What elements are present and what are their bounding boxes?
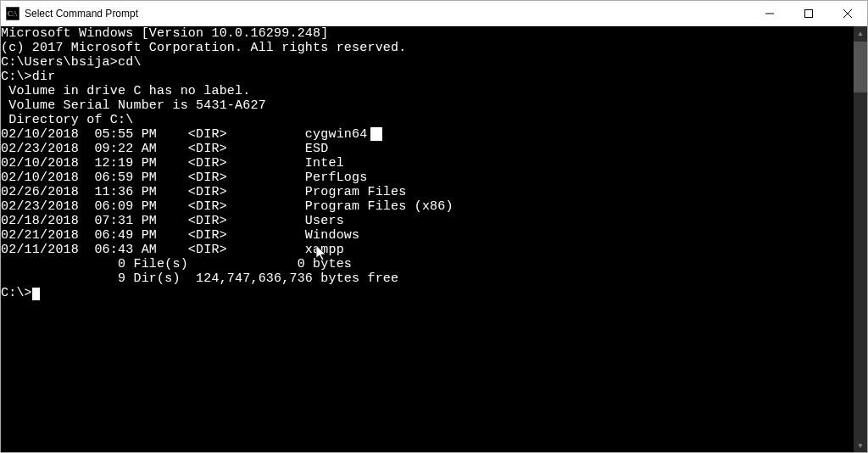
scrollbar-up-icon[interactable]: ▲ [854, 26, 867, 40]
svg-rect-3 [805, 10, 813, 18]
banner-line: Microsoft Windows [Version 10.0.16299.24… [1, 26, 854, 41]
prompt-line: C:\>dir [1, 70, 854, 84]
dir-entry: 02/26/2018 11:36 PM <DIR> Program Files [1, 185, 854, 199]
dir-entry: 02/10/2018 12:19 PM <DIR> Intel [1, 156, 854, 171]
terminal-area: Microsoft Windows [Version 10.0.16299.24… [1, 26, 867, 452]
dir-entry: 02/23/2018 09:22 AM <DIR> ESD [1, 142, 854, 156]
summary-dirs-line: 9 Dir(s) 124,747,636,736 bytes free [1, 271, 854, 286]
scrollbar-down-icon[interactable]: ▼ [854, 439, 867, 452]
minimize-button[interactable] [750, 1, 789, 26]
summary-files-line: 0 File(s) 0 bytes [1, 257, 854, 271]
copyright-line: (c) 2017 Microsoft Corporation. All righ… [1, 41, 854, 55]
directory-of-line: Directory of C:\ [1, 113, 854, 127]
titlebar[interactable]: C:\ Select Command Prompt [1, 1, 867, 26]
maximize-button[interactable] [789, 1, 828, 26]
terminal-output[interactable]: Microsoft Windows [Version 10.0.16299.24… [1, 26, 854, 452]
cmd-icon: C:\ [6, 7, 19, 20]
scrollbar-thumb[interactable] [854, 42, 867, 92]
command-prompt-window: C:\ Select Command Prompt Microsoft Wind… [0, 0, 868, 453]
dir-entry: 02/10/2018 06:59 PM <DIR> PerfLogs [1, 171, 854, 185]
close-button[interactable] [828, 1, 867, 26]
text-selection [370, 127, 382, 141]
svg-text:C:\: C:\ [8, 9, 18, 18]
prompt-line[interactable]: C:\> [1, 286, 854, 300]
window-controls [750, 1, 867, 26]
volume-serial-line: Volume Serial Number is 5431-A627 [1, 98, 854, 113]
vertical-scrollbar[interactable]: ▲ ▼ [854, 26, 867, 452]
dir-entry: 02/23/2018 06:09 PM <DIR> Program Files … [1, 199, 854, 214]
dir-entry: 02/10/2018 05:55 PM <DIR> cygwin64 [1, 127, 854, 142]
text-cursor [32, 288, 40, 300]
prompt-line: C:\Users\bsija>cd\ [1, 55, 854, 70]
dir-entry: 02/11/2018 06:43 AM <DIR> xampp [1, 243, 854, 257]
dir-entry: 02/21/2018 06:49 PM <DIR> Windows [1, 228, 854, 243]
dir-entry: 02/18/2018 07:31 PM <DIR> Users [1, 214, 854, 228]
window-title: Select Command Prompt [25, 8, 750, 20]
volume-label-line: Volume in drive C has no label. [1, 84, 854, 98]
